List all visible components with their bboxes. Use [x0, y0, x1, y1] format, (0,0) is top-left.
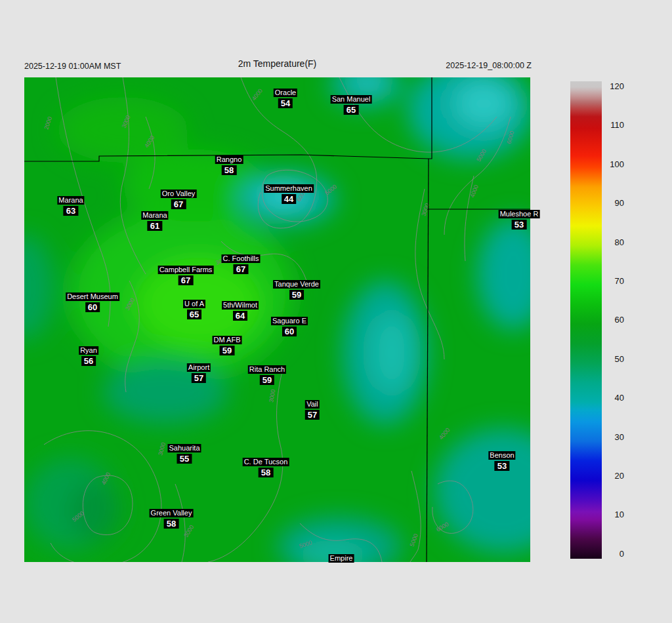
colorbar-tick-60: 60 — [604, 315, 624, 325]
colorbar-tick-110: 110 — [604, 120, 624, 130]
colorbar-tick-100: 100 — [604, 159, 624, 169]
colorbar-tick-80: 80 — [604, 237, 624, 247]
temperature-map: 2000300040004000500060006000500040003000… — [24, 77, 530, 562]
colorbar-tick-10: 10 — [604, 510, 624, 519]
colorbar-tick-90: 90 — [604, 198, 624, 208]
valid-time-utc: 2025-12-19_08:00:00 Z — [314, 61, 532, 70]
colorbar-tick-0: 0 — [604, 548, 624, 558]
colorbar-tick-30: 30 — [604, 432, 624, 441]
colorbar-tick-40: 40 — [604, 393, 624, 403]
temperature-colorbar — [570, 81, 602, 559]
colorbar-tick-20: 20 — [604, 471, 624, 481]
colorbar-tick-50: 50 — [604, 353, 624, 363]
colorbar-tick-120: 120 — [604, 81, 624, 91]
colorbar-tick-70: 70 — [604, 276, 624, 286]
temperature-field: 2000300040004000500060006000500040003000… — [24, 77, 530, 562]
